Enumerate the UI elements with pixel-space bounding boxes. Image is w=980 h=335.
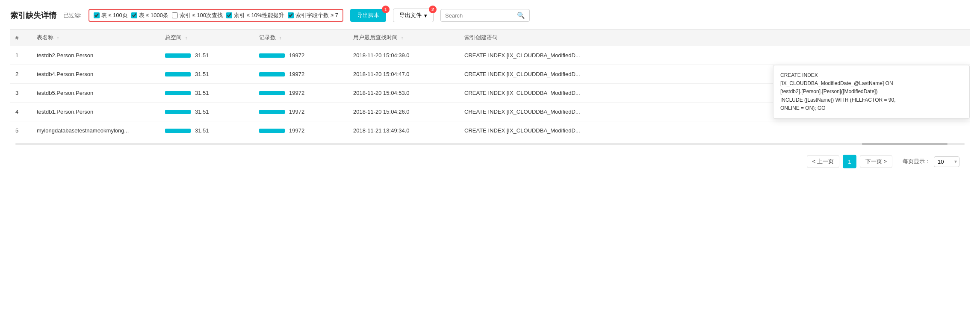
space-value-4: 31.51 xyxy=(195,127,209,134)
page-container: 索引缺失详情 已过滤: 表 ≤ 100页 表 ≤ 1000条 索引 ≤ 100次… xyxy=(0,0,980,335)
filter-label-3: 索引 ≤ 100次查找 xyxy=(180,12,223,19)
table-row: 5 mylongdatabasetestnameokmylong... 31.5… xyxy=(10,121,970,140)
col-header-sql: 索引创建语句 xyxy=(459,29,970,46)
cell-sql-4: CREATE INDEX [IX_CLOUDDBA_ModifiedD... xyxy=(459,121,970,140)
cell-name-1: testdb4.Person.Person xyxy=(32,65,160,84)
chevron-down-icon: ▾ xyxy=(424,12,427,19)
cell-name-0: testdb2.Person.Person xyxy=(32,46,160,65)
pagination: < 上一页 1 下一页 > 每页显示： 10 20 50 100 xyxy=(10,148,970,172)
page-number-1[interactable]: 1 xyxy=(843,155,856,168)
filter-label-2: 表 ≤ 1000条 xyxy=(139,12,168,19)
cell-records-2: 19972 xyxy=(254,84,348,103)
next-page-button[interactable]: 下一页 > xyxy=(860,155,892,168)
records-value-4: 19972 xyxy=(289,127,304,134)
per-page-select[interactable]: 10 20 50 100 xyxy=(934,156,959,167)
filter-item-4[interactable]: 索引 ≤ 10%性能提升 xyxy=(226,12,284,19)
records-bar-2 xyxy=(259,91,285,95)
export-script-button[interactable]: 导出脚本 1 xyxy=(350,9,386,22)
sort-icon-space: ↕ xyxy=(185,35,188,40)
filter-label: 已过滤: xyxy=(63,12,82,19)
sql-short-3: CREATE INDEX [IX_CLOUDDBA_ModifiedD... xyxy=(464,109,580,115)
records-bar-0 xyxy=(259,53,285,58)
cell-space-2: 31.51 xyxy=(160,84,254,103)
table-wrapper: # 表名称 ↕ 总空间 ↕ 记录数 ↕ 用户最后查找时间 xyxy=(10,29,970,140)
records-value-3: 19972 xyxy=(289,109,304,115)
table-row: 2 testdb4.Person.Person 31.51 19972 2018… xyxy=(10,65,970,84)
filter-item-2[interactable]: 表 ≤ 1000条 xyxy=(131,12,168,19)
space-bar-2 xyxy=(165,91,191,95)
prev-page-button[interactable]: < 上一页 xyxy=(807,155,839,168)
space-value-2: 31.51 xyxy=(195,90,209,96)
search-icon: 🔍 xyxy=(517,12,525,19)
filter-checkbox-5[interactable] xyxy=(288,12,294,18)
space-bar-3 xyxy=(165,110,191,114)
records-value-2: 19972 xyxy=(289,90,304,96)
space-value-3: 31.51 xyxy=(195,109,209,115)
sql-short-2: CREATE INDEX [IX_CLOUDDBA_ModifiedD... xyxy=(464,90,580,96)
cell-space-4: 31.51 xyxy=(160,121,254,140)
space-value-0: 31.51 xyxy=(195,52,209,59)
cell-space-1: 31.51 xyxy=(160,65,254,84)
filter-checkbox-4[interactable] xyxy=(226,12,232,18)
search-box[interactable]: 🔍 xyxy=(440,9,530,22)
cell-num-2: 3 xyxy=(10,84,32,103)
cell-time-2: 2018-11-20 15:04:53.0 xyxy=(348,84,459,103)
col-header-time[interactable]: 用户最后查找时间 ↕ xyxy=(348,29,459,46)
space-bar-4 xyxy=(165,129,191,133)
col-header-records[interactable]: 记录数 ↕ xyxy=(254,29,348,46)
sort-icon-records: ↕ xyxy=(279,35,282,40)
filter-item-1[interactable]: 表 ≤ 100页 xyxy=(94,12,128,19)
scrollbar-thumb[interactable] xyxy=(862,143,948,145)
export-file-badge: 2 xyxy=(429,6,437,13)
cell-records-1: 19972 xyxy=(254,65,348,84)
sort-icon-time: ↕ xyxy=(401,35,404,40)
col-header-name[interactable]: 表名称 ↕ xyxy=(32,29,160,46)
next-page-label: 下一页 > xyxy=(865,158,887,165)
cell-time-1: 2018-11-20 15:04:47.0 xyxy=(348,65,459,84)
sql-short-4: CREATE INDEX [IX_CLOUDDBA_ModifiedD... xyxy=(464,127,580,134)
table-header-row: # 表名称 ↕ 总空间 ↕ 记录数 ↕ 用户最后查找时间 xyxy=(10,29,970,46)
export-file-label: 导出文件 xyxy=(399,12,422,19)
filter-checkbox-3[interactable] xyxy=(172,12,178,18)
cell-num-4: 5 xyxy=(10,121,32,140)
sql-tooltip-1: CREATE INDEX [IX_CLOUDDBA_ModifiedDate_@… xyxy=(773,65,970,119)
col-header-space[interactable]: 总空间 ↕ xyxy=(160,29,254,46)
cell-records-0: 19972 xyxy=(254,46,348,65)
cell-num-3: 4 xyxy=(10,103,32,121)
page-title: 索引缺失详情 xyxy=(10,10,56,21)
cell-name-3: testdb1.Person.Person xyxy=(32,103,160,121)
horizontal-scrollbar[interactable] xyxy=(10,140,970,148)
filter-item-5[interactable]: 索引字段个数 ≥ 7 xyxy=(288,12,338,19)
cell-time-4: 2018-11-21 13:49:34.0 xyxy=(348,121,459,140)
records-value-1: 19972 xyxy=(289,71,304,77)
records-bar-3 xyxy=(259,110,285,114)
prev-page-label: < 上一页 xyxy=(812,158,834,165)
records-bar-4 xyxy=(259,129,285,133)
scrollbar-track xyxy=(15,143,965,145)
filter-label-1: 表 ≤ 100页 xyxy=(101,12,128,19)
main-table: # 表名称 ↕ 总空间 ↕ 记录数 ↕ 用户最后查找时间 xyxy=(10,29,970,140)
page-header: 索引缺失详情 已过滤: 表 ≤ 100页 表 ≤ 1000条 索引 ≤ 100次… xyxy=(10,9,970,22)
export-script-badge: 1 xyxy=(382,6,390,13)
export-file-button[interactable]: 导出文件 ▾ 2 xyxy=(393,9,434,22)
filter-label-4: 索引 ≤ 10%性能提升 xyxy=(234,12,284,19)
space-bar-1 xyxy=(165,72,191,76)
cell-space-0: 31.51 xyxy=(160,46,254,65)
cell-records-4: 19972 xyxy=(254,121,348,140)
cell-space-3: 31.51 xyxy=(160,103,254,121)
col-header-num: # xyxy=(10,29,32,46)
filter-item-3[interactable]: 索引 ≤ 100次查找 xyxy=(172,12,223,19)
per-page-label: 每页显示： xyxy=(903,158,930,165)
space-bar-0 xyxy=(165,53,191,58)
cell-name-2: testdb5.Person.Person xyxy=(32,84,160,103)
cell-time-0: 2018-11-20 15:04:39.0 xyxy=(348,46,459,65)
records-value-0: 19972 xyxy=(289,52,304,59)
sql-short-0: CREATE INDEX [IX_CLOUDDBA_ModifiedD... xyxy=(464,52,580,59)
cell-time-3: 2018-11-20 15:04:26.0 xyxy=(348,103,459,121)
search-input[interactable] xyxy=(445,12,514,19)
space-value-1: 31.51 xyxy=(195,71,209,77)
filter-checkbox-1[interactable] xyxy=(94,12,100,18)
cell-sql-1: CREATE INDEX [IX_CLOUDDBA_ModifiedD... C… xyxy=(459,65,970,84)
filter-checkbox-2[interactable] xyxy=(131,12,137,18)
per-page-select-wrapper[interactable]: 10 20 50 100 xyxy=(934,156,959,167)
